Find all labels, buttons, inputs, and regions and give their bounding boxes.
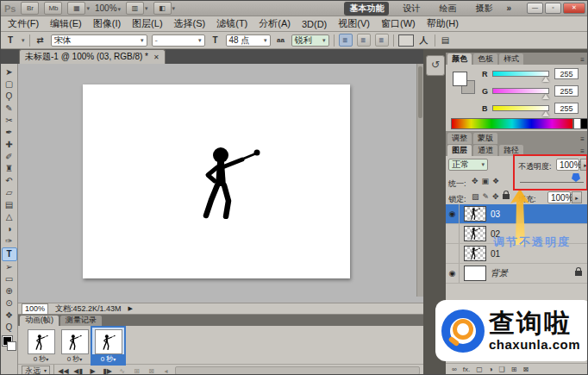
- panel-menu-icon[interactable]: ≡: [580, 135, 587, 144]
- rewind-button[interactable]: ◀◀: [58, 367, 69, 375]
- font-style-select[interactable]: - ▾: [152, 34, 205, 47]
- fill-value[interactable]: 100%: [547, 191, 571, 203]
- new-frame-button[interactable]: ⊞: [131, 367, 142, 375]
- loop-select[interactable]: 永远▾: [22, 366, 50, 375]
- toggle-panels-icon[interactable]: ▤: [440, 34, 452, 47]
- horizontal-scrollbar[interactable]: [175, 366, 420, 375]
- menu-item-view[interactable]: 视图(V): [338, 17, 370, 30]
- color-spectrum-ramp[interactable]: [451, 118, 573, 129]
- tool-3d-roll[interactable]: ⊙: [3, 297, 16, 309]
- view-extras-button[interactable]: ▦▾: [67, 2, 90, 15]
- screen-mode-button[interactable]: ◧▾: [153, 2, 176, 15]
- channel-r-value[interactable]: 255: [554, 68, 579, 79]
- tool-3d-rotate[interactable]: ⊕: [3, 285, 16, 297]
- visibility-toggle[interactable]: ◉: [446, 204, 460, 223]
- color-panel-swatches[interactable]: [453, 72, 475, 94]
- unify-position-icon[interactable]: ✥: [472, 177, 479, 185]
- anti-alias-select[interactable]: 锐利 ▾: [291, 34, 329, 47]
- blend-mode-select[interactable]: 正常 ▾: [448, 159, 488, 171]
- tool-healing[interactable]: ✚: [3, 139, 16, 151]
- minimize-button[interactable]: —: [527, 3, 543, 14]
- animation-frame-2[interactable]: 2 0 秒▾: [59, 328, 91, 364]
- channel-r-slider-handle[interactable]: [542, 77, 549, 82]
- tab-measurement-log[interactable]: 测量记录: [60, 316, 102, 326]
- warp-text-icon[interactable]: 人: [418, 34, 430, 47]
- animation-frame-1[interactable]: 1 0 秒▾: [25, 328, 57, 364]
- channel-g-slider-handle[interactable]: [542, 94, 549, 99]
- channel-b-slider[interactable]: [492, 105, 549, 111]
- history-panel-icon[interactable]: ↺: [426, 55, 445, 76]
- channel-r-slider[interactable]: [492, 71, 549, 77]
- delete-frame-button[interactable]: ⊠: [146, 367, 157, 375]
- visibility-toggle[interactable]: ◉: [446, 264, 460, 283]
- tab-animation-frames[interactable]: 动画(帧): [20, 316, 59, 326]
- layer-thumbnail[interactable]: [464, 206, 486, 222]
- text-orientation-icon[interactable]: ⇄: [34, 34, 47, 47]
- document-tab[interactable]: 未标题-1 @ 100% (03, RGB/8) * ✕: [19, 49, 166, 64]
- tool-clone-stamp[interactable]: ♜: [3, 163, 16, 175]
- layer-thumbnail[interactable]: [464, 266, 486, 281]
- canvas[interactable]: [83, 84, 350, 278]
- scroll-left-icon[interactable]: ◂: [160, 367, 172, 375]
- tab-swatches[interactable]: 色板: [473, 53, 497, 65]
- close-button[interactable]: ✕: [563, 3, 585, 14]
- layer-name[interactable]: 背景: [491, 267, 508, 279]
- channel-b-value[interactable]: 255: [554, 103, 579, 114]
- menu-item-edit[interactable]: 编辑(E): [50, 17, 82, 30]
- background-color-swatch[interactable]: [7, 341, 16, 351]
- menu-item-analysis[interactable]: 分析(A): [259, 17, 291, 30]
- menu-item-image[interactable]: 图像(I): [93, 17, 121, 30]
- tab-channels[interactable]: 通道: [473, 145, 497, 156]
- menu-item-select[interactable]: 选择(S): [174, 17, 206, 30]
- tween-button[interactable]: ∿: [116, 367, 128, 375]
- layer-thumbnail[interactable]: [464, 246, 486, 261]
- arrange-documents-button[interactable]: ▥▾: [126, 2, 148, 15]
- tool-path-select[interactable]: ➢: [3, 261, 16, 273]
- delete-layer-icon[interactable]: ⊠: [522, 366, 529, 373]
- mini-bridge-icon[interactable]: Mb: [44, 2, 62, 15]
- menu-item-filter[interactable]: 滤镜(T): [216, 17, 247, 30]
- lock-position-icon[interactable]: ✥: [492, 192, 499, 201]
- tool-type[interactable]: T: [2, 247, 17, 261]
- workspace-essentials[interactable]: 基本功能: [344, 2, 389, 16]
- layer-style-icon[interactable]: fx.: [463, 366, 470, 373]
- frame-delay[interactable]: 0 秒▾: [25, 354, 57, 364]
- tool-eyedropper[interactable]: ✒: [3, 127, 16, 139]
- tool-zoom[interactable]: Q: [3, 322, 16, 334]
- layer-row-background[interactable]: ◉ 背景: [446, 264, 588, 284]
- zoom-level-dropdown[interactable]: 100%▾: [95, 3, 121, 13]
- frame-delay[interactable]: 0 秒▾: [92, 354, 124, 364]
- new-layer-icon[interactable]: ⊞: [511, 366, 517, 373]
- lock-transparency-icon[interactable]: ▨: [472, 192, 479, 201]
- visibility-toggle[interactable]: [446, 224, 460, 243]
- menu-item-file[interactable]: 文件(F): [8, 17, 39, 30]
- menu-item-window[interactable]: 窗口(W): [381, 17, 416, 30]
- workspace-design[interactable]: 设计: [397, 2, 425, 16]
- tab-layers[interactable]: 图层: [447, 145, 472, 156]
- animation-frame-3[interactable]: 3 0 秒▾: [92, 328, 124, 364]
- link-layers-icon[interactable]: ∞: [452, 366, 457, 373]
- layer-group-icon[interactable]: ❑: [499, 366, 505, 373]
- unify-visibility-icon[interactable]: ▣: [482, 177, 490, 185]
- status-expand-icon[interactable]: ▶: [128, 305, 133, 312]
- tool-history-brush[interactable]: ↶: [3, 175, 16, 187]
- text-color-swatch[interactable]: [398, 34, 414, 47]
- bridge-icon[interactable]: Br: [21, 2, 39, 15]
- layer-name[interactable]: 01: [491, 249, 500, 259]
- align-left-icon[interactable]: ≡: [339, 34, 353, 47]
- font-family-select[interactable]: 宋体 ▾: [51, 34, 147, 47]
- tool-lasso[interactable]: Ϙ: [3, 91, 16, 103]
- vertical-scrollbar[interactable]: [416, 64, 423, 297]
- next-frame-button[interactable]: ▮▶: [102, 367, 113, 375]
- tool-dodge[interactable]: ◑: [3, 223, 16, 235]
- tab-adjustments[interactable]: 调整: [447, 133, 472, 144]
- visibility-toggle[interactable]: [446, 244, 460, 263]
- channel-g-slider[interactable]: [492, 88, 549, 94]
- menu-item-help[interactable]: 帮助(H): [427, 17, 459, 30]
- layer-thumbnail[interactable]: [464, 226, 486, 241]
- panel-menu-icon[interactable]: ≡: [580, 56, 587, 65]
- layer-mask-icon[interactable]: ▢: [476, 366, 483, 373]
- tool-gradient[interactable]: ▤: [3, 199, 16, 211]
- workspace-photography[interactable]: 摄影: [470, 2, 497, 16]
- adjustment-layer-icon[interactable]: ◑: [489, 366, 493, 373]
